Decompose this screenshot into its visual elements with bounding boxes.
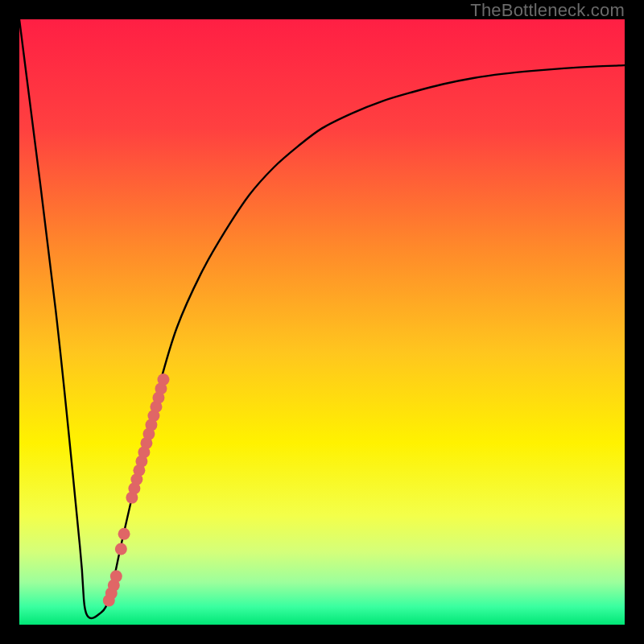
data-marker xyxy=(110,570,122,582)
watermark-text: TheBottleneck.com xyxy=(470,0,625,21)
chart-frame: TheBottleneck.com xyxy=(0,0,644,644)
data-marker xyxy=(118,528,130,540)
data-markers xyxy=(19,19,625,625)
plot-area xyxy=(19,19,625,625)
data-marker xyxy=(115,543,127,555)
data-marker xyxy=(157,374,169,386)
